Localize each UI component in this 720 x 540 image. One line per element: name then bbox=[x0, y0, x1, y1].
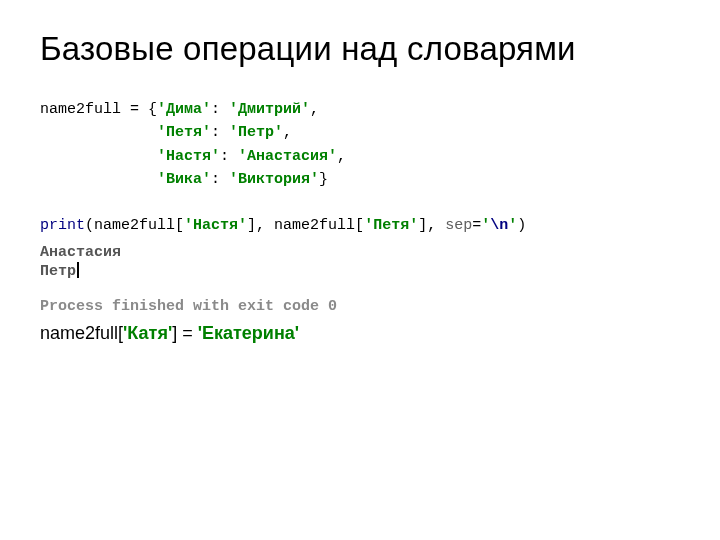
assign-lhs: name2full[ bbox=[40, 323, 123, 343]
text-cursor bbox=[77, 262, 79, 278]
output-line-2: Петр bbox=[40, 263, 76, 280]
assign-mid: ] = bbox=[172, 323, 198, 343]
output-line-1: Анастасия bbox=[40, 244, 121, 261]
sep-arg-name: sep bbox=[445, 217, 472, 234]
code-var: name2full bbox=[40, 101, 121, 118]
code-block: name2full = {'Дима': 'Дмитрий', 'Петя': … bbox=[40, 98, 680, 238]
output-block: Анастасия Петр bbox=[40, 242, 680, 280]
print-ref-1: name2full bbox=[94, 217, 175, 234]
dict-val-2: 'Анастасия' bbox=[238, 148, 337, 165]
assign-key: 'Катя' bbox=[123, 323, 172, 343]
slide: Базовые операции над словарями name2full… bbox=[0, 0, 720, 540]
dict-key-3: 'Вика' bbox=[157, 171, 211, 188]
dict-val-3: 'Виктория' bbox=[229, 171, 319, 188]
print-keyword: print bbox=[40, 217, 85, 234]
assign-val: 'Екатерина' bbox=[198, 323, 299, 343]
dict-key-2: 'Настя' bbox=[157, 148, 220, 165]
dict-val-1: 'Петр' bbox=[229, 124, 283, 141]
slide-title: Базовые операции над словарями bbox=[40, 30, 680, 68]
dict-val-0: 'Дмитрий' bbox=[229, 101, 310, 118]
sep-open: ' bbox=[481, 217, 490, 234]
assignment-line: name2full['Катя'] = 'Екатерина' bbox=[40, 323, 680, 344]
process-finished-line: Process finished with exit code 0 bbox=[40, 298, 680, 315]
print-key-1: 'Настя' bbox=[184, 217, 247, 234]
sep-close: ' bbox=[508, 217, 517, 234]
print-ref-2: name2full bbox=[274, 217, 355, 234]
dict-key-0: 'Дима' bbox=[157, 101, 211, 118]
dict-key-1: 'Петя' bbox=[157, 124, 211, 141]
sep-escape: \n bbox=[490, 217, 508, 234]
print-key-2: 'Петя' bbox=[364, 217, 418, 234]
